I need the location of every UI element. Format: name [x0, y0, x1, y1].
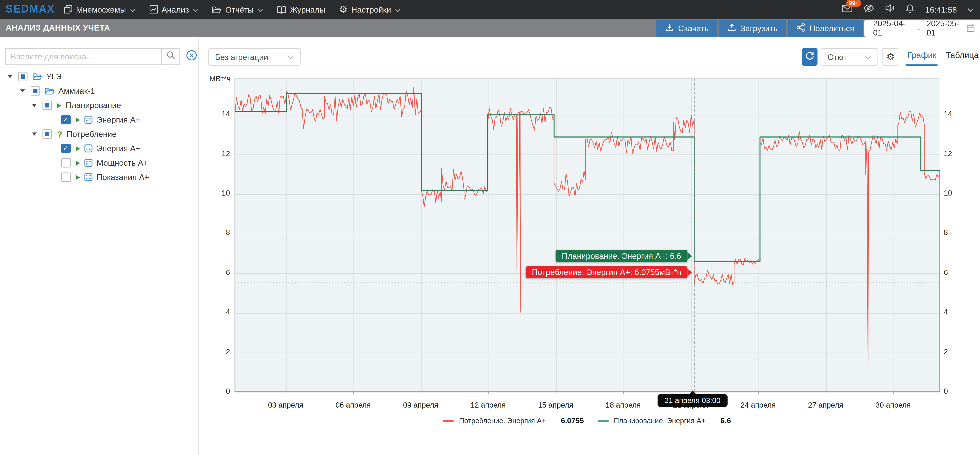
- x-axis-tick: 15 апреля: [538, 401, 573, 409]
- date-range-picker[interactable]: 2025-04-01 → 2025-05-01: [864, 20, 980, 37]
- caret-down-icon[interactable]: [32, 132, 37, 135]
- tree-checkbox[interactable]: [18, 72, 27, 81]
- tree-checkbox[interactable]: [61, 172, 70, 182]
- tree-node-label: Энергия А+: [97, 115, 140, 124]
- tree-node-показания-а+[interactable]: Показания А+: [0, 170, 198, 184]
- upload-icon: [727, 23, 736, 33]
- chart-canvas[interactable]: [234, 78, 939, 392]
- sound-button[interactable]: [885, 4, 895, 15]
- y-axis-tick: 4: [209, 307, 230, 316]
- caret-down-icon[interactable]: [8, 75, 13, 78]
- tree-checkbox[interactable]: [30, 86, 40, 95]
- tree-node-энергия-а+[interactable]: Энергия А+: [0, 141, 198, 156]
- y-axis-tick: 2: [944, 348, 965, 356]
- download-icon: [665, 23, 674, 33]
- clear-selection-button[interactable]: [186, 50, 197, 63]
- tree-node-планирование[interactable]: Планирование: [0, 98, 198, 112]
- tree-node-label: Мощность А+: [97, 158, 148, 167]
- tree-node-label: Аммиак-1: [59, 86, 95, 95]
- legend-item[interactable]: Планирование. Энергия А+6.6: [598, 416, 731, 425]
- tree-checkbox[interactable]: [43, 129, 52, 138]
- legend-item[interactable]: Потребление. Энергия А+6.0755: [443, 416, 584, 425]
- tree-node-label: Показания А+: [97, 172, 149, 182]
- user-menu-chevron-icon[interactable]: [967, 4, 974, 15]
- tree-search-row: [5, 48, 197, 65]
- tab-table[interactable]: Таблица: [945, 51, 979, 60]
- folder-open-icon: [45, 87, 54, 95]
- threshold-value: Откл: [827, 52, 846, 62]
- refresh-button[interactable]: [802, 48, 817, 65]
- share-icon: [796, 23, 805, 33]
- tree-checkbox[interactable]: [61, 158, 70, 167]
- title-bar-actions: Скачать Загрузить Поделиться 2025-04-01 …: [656, 20, 980, 37]
- measure-icon: [84, 173, 92, 181]
- legend-color-dash: [598, 420, 609, 422]
- tree-node-угэ[interactable]: УГЭ: [0, 69, 198, 84]
- tree-node-энергия-а+[interactable]: Энергия А+: [0, 112, 198, 127]
- tab-chart[interactable]: График: [907, 51, 936, 60]
- tree-checkbox[interactable]: [43, 101, 52, 110]
- tree-checkbox[interactable]: [61, 144, 70, 153]
- date-from-value[interactable]: 2025-04-01: [873, 19, 909, 38]
- nav-item-analysis[interactable]: Анализ: [149, 5, 198, 14]
- play-icon: [75, 117, 80, 122]
- chart-settings-button[interactable]: ⚙: [882, 48, 899, 65]
- x-axis-tick-mark: [488, 392, 489, 395]
- search-button[interactable]: [161, 48, 180, 65]
- upload-label: Загрузить: [740, 23, 778, 33]
- download-label: Скачать: [678, 23, 709, 33]
- chevron-down-icon: [193, 5, 198, 14]
- book-icon: [277, 5, 286, 14]
- tree-node-потребление[interactable]: ?Потребление: [0, 127, 198, 141]
- threshold-select[interactable]: Откл: [821, 48, 878, 65]
- play-icon: [57, 103, 61, 108]
- aggregation-value: Без агрегации: [215, 52, 268, 62]
- y-axis-tick: 8: [209, 228, 230, 237]
- y-axis-tick: 6: [944, 268, 965, 277]
- nav-item-mnemo[interactable]: Мнемосхемы: [64, 5, 135, 14]
- calendar-icon[interactable]: [966, 24, 975, 32]
- legend-value: 6.6: [721, 416, 731, 425]
- eye-off-button[interactable]: [863, 4, 875, 15]
- tree-checkbox[interactable]: [61, 115, 70, 124]
- x-axis-tick-mark: [421, 392, 421, 395]
- consumption-series-tooltip: Потребление. Энергия А+: 6.0755мВт*ч: [526, 266, 687, 278]
- nav-right-cluster: 99+ 16:41:58: [842, 3, 980, 15]
- y-axis-tick: 12: [944, 150, 965, 158]
- y-axis-tick: 4: [944, 307, 965, 316]
- date-to-value[interactable]: 2025-05-01: [926, 19, 963, 38]
- folder-open-icon: [212, 5, 221, 14]
- x-axis-tick: 30 апреля: [876, 401, 911, 409]
- legend-value: 6.0755: [561, 416, 584, 425]
- nav-item-reports[interactable]: Отчёты: [212, 5, 263, 14]
- y-axis-tick: 0: [209, 387, 230, 395]
- device-tree-panel: УГЭАммиак-1ПланированиеЭнергия А+?Потреб…: [0, 37, 199, 455]
- y-axis-tick: 14: [209, 109, 230, 118]
- x-axis-tick-mark: [893, 392, 894, 395]
- y-axis-tick: 10: [944, 189, 965, 197]
- caret-down-icon[interactable]: [20, 89, 25, 92]
- aggregation-select[interactable]: Без агрегации: [208, 48, 301, 65]
- measure-icon: [84, 145, 92, 153]
- app-root: SEDMAX Мнемосхемы Анализ Отчёты Журналы …: [0, 0, 980, 455]
- caret-down-icon[interactable]: [32, 104, 37, 107]
- messages-button[interactable]: 99+: [842, 4, 853, 15]
- x-axis-tick: 18 апреля: [606, 401, 641, 409]
- nav-item-label: Журналы: [290, 5, 325, 14]
- y-axis-tick: 8: [944, 228, 965, 237]
- tree-node-аммиак-1[interactable]: Аммиак-1: [0, 84, 198, 98]
- tree-node-мощность-а+[interactable]: Мощность А+: [0, 156, 198, 170]
- y-axis-unit-label: МВт*ч: [199, 74, 231, 83]
- plan-series-tooltip: Планирование. Энергия А+: 6.6: [555, 250, 687, 262]
- download-button[interactable]: Скачать: [656, 20, 717, 37]
- upload-button[interactable]: Загрузить: [719, 20, 786, 37]
- bell-icon[interactable]: [906, 3, 915, 15]
- close-circle-icon: [186, 50, 197, 63]
- tree-node-label: Потребление: [67, 129, 117, 138]
- measure-icon: [84, 159, 92, 167]
- nav-item-settings[interactable]: ⚙ Настройки: [339, 4, 401, 15]
- search-input[interactable]: [5, 48, 161, 65]
- tree-node-label: Планирование: [65, 101, 121, 110]
- share-button[interactable]: Поделиться: [788, 20, 863, 37]
- nav-item-journals[interactable]: Журналы: [277, 5, 325, 14]
